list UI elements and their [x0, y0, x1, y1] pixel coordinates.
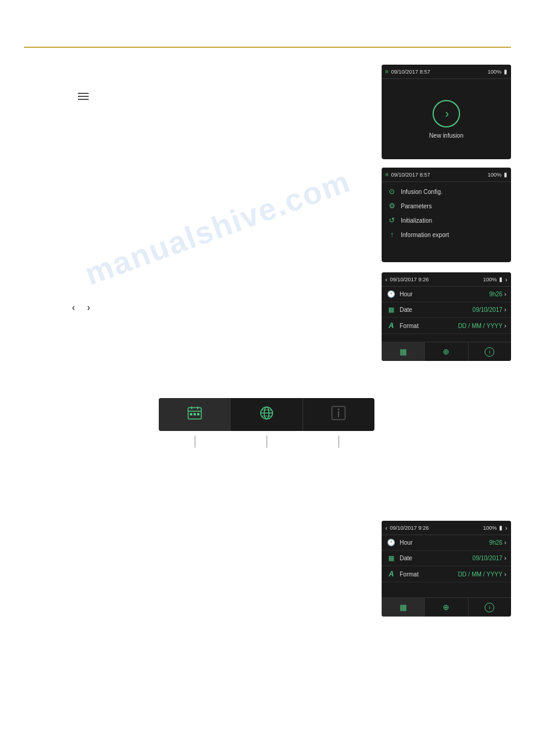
format-chevron-icon: ›: [504, 323, 506, 329]
screen4-param-row-hour[interactable]: 🕐 Hour 9h26 ›: [382, 535, 511, 551]
date-icon: ▦: [386, 306, 396, 314]
screen4-globe-tab-icon: ⊕: [443, 603, 449, 612]
initialization-icon: ↺: [386, 216, 397, 224]
screen4-date-icon: ▦: [386, 554, 396, 562]
info-tab-icon: i: [485, 347, 494, 357]
menu-item-infusion-config[interactable]: ⊙ Infusion Config.: [382, 184, 511, 199]
hamburger-menu-icon[interactable]: [78, 93, 89, 100]
screen2-battery: 100%: [488, 172, 501, 178]
new-infusion-label: New infusion: [429, 132, 463, 139]
infusion-config-label: Infusion Config.: [401, 189, 443, 195]
screen4-param-row-format[interactable]: A Format DD / MM / YYYY ›: [382, 566, 511, 582]
tab-info[interactable]: i: [468, 342, 511, 361]
screen1-menu-icon: ≡: [385, 69, 389, 75]
screen4-format-chevron-icon: ›: [504, 571, 506, 578]
parameters-icon: ⚙: [386, 202, 397, 210]
infusion-config-icon: ⊙: [386, 187, 397, 196]
screen4-hour-icon: 🕐: [386, 539, 396, 546]
diagram-tab-bar: [159, 398, 374, 431]
diagram-arrows: [159, 431, 374, 448]
screen4-date-value: 09/10/2017: [473, 555, 503, 561]
screen1-body: › New infusion: [382, 79, 511, 159]
diagram-calendar-icon: [187, 405, 202, 424]
screen3-tab-bar: ▦ ⊕ i: [382, 342, 511, 361]
svg-rect-5: [194, 413, 196, 415]
nav-right-arrow[interactable]: ›: [87, 302, 90, 313]
diagram-arrow-3: [338, 436, 339, 448]
screen3-date: 09/10/2017 9:26: [390, 277, 429, 283]
globe-tab-icon: ⊕: [443, 347, 449, 356]
screen-params-bottom: ‹ 09/10/2017 9:26 100% ▮ › 🕐 Hour 9h26 ›…: [382, 521, 511, 617]
watermark-text: manualshive.com: [80, 163, 355, 292]
diagram-arrow-2: [267, 436, 267, 448]
screen2-body: ⊙ Infusion Config. ⚙ Parameters ↺ Initia…: [382, 182, 511, 244]
screen2-menu-icon: ≡: [385, 172, 389, 178]
page-nav-arrows: ‹ ›: [72, 302, 90, 313]
info-export-label: Information export: [401, 232, 449, 238]
diagram-tab-globe[interactable]: [231, 398, 303, 431]
nav-left-arrow[interactable]: ‹: [72, 302, 75, 313]
screen4-hour-label: Hour: [400, 539, 413, 546]
hour-value: 9h26: [489, 291, 502, 297]
screen4-info-tab-icon: i: [485, 603, 494, 612]
diagram-tab-info[interactable]: [303, 398, 374, 431]
screen4-left-nav[interactable]: ‹: [385, 524, 388, 532]
screen2-date: 09/10/2017 8:57: [391, 172, 430, 178]
screen2-header: ≡ 09/10/2017 8:57 100% ▮: [382, 168, 511, 182]
screen4-battery: 100%: [483, 525, 497, 531]
screen4-format-value: DD / MM / YYYY: [458, 571, 502, 578]
screen4-hour-chevron-icon: ›: [504, 539, 506, 546]
parameters-label: Parameters: [401, 203, 432, 210]
screen4-right-nav[interactable]: ›: [505, 524, 507, 532]
diagram-tab-calendar[interactable]: [159, 398, 231, 431]
screen4-hour-value: 9h26: [489, 539, 502, 546]
format-label: Format: [400, 323, 419, 329]
screen1-battery: 100%: [488, 69, 501, 75]
tab-calendar[interactable]: ▦: [382, 342, 425, 361]
screen-new-infusion: ≡ 09/10/2017 8:57 100% ▮ › New infusion: [382, 65, 511, 159]
screen4-params: 🕐 Hour 9h26 › ▦ Date 09/10/2017 › A Form…: [382, 535, 511, 582]
screen4-tab-calendar[interactable]: ▦: [382, 598, 425, 617]
screen3-right-nav[interactable]: ›: [505, 276, 507, 283]
param-row-hour[interactable]: 🕐 Hour 9h26 ›: [382, 287, 511, 302]
screen4-battery-icon: ▮: [499, 524, 503, 531]
screen3-battery-icon: ▮: [499, 276, 503, 283]
screen4-date-label: Date: [400, 555, 412, 561]
menu-item-parameters[interactable]: ⚙ Parameters: [382, 199, 511, 213]
top-rule: [24, 47, 511, 48]
param-row-date[interactable]: ▦ Date 09/10/2017 ›: [382, 302, 511, 318]
screen4-tab-info[interactable]: i: [468, 598, 511, 617]
param-row-format[interactable]: A Format DD / MM / YYYY ›: [382, 318, 511, 334]
format-value: DD / MM / YYYY: [458, 323, 502, 329]
menu-item-info-export[interactable]: ↑ Information export: [382, 227, 511, 242]
screen-menu: ≡ 09/10/2017 8:57 100% ▮ ⊙ Infusion Conf…: [382, 168, 511, 262]
screen3-left-nav[interactable]: ‹: [385, 276, 388, 283]
hour-chevron-icon: ›: [504, 291, 506, 297]
screen4-format-icon: A: [386, 570, 396, 578]
screen4-tab-bar: ▦ ⊕ i: [382, 597, 511, 617]
screen-params-top: ‹ 09/10/2017 9:26 100% ▮ › 🕐 Hour 9h26 ›…: [382, 272, 511, 361]
screen2-battery-icon: ▮: [504, 171, 507, 178]
tab-globe[interactable]: ⊕: [425, 342, 468, 361]
info-export-icon: ↑: [386, 230, 397, 239]
bottom-diagram: [159, 398, 374, 455]
screen4-header: ‹ 09/10/2017 9:26 100% ▮ ›: [382, 521, 511, 535]
screen4-tab-globe[interactable]: ⊕: [425, 598, 468, 617]
hour-label: Hour: [400, 291, 413, 297]
screen4-date: 09/10/2017 9:26: [390, 525, 429, 531]
screen4-format-label: Format: [400, 571, 419, 578]
screen4-param-row-date[interactable]: ▦ Date 09/10/2017 ›: [382, 551, 511, 566]
hour-icon: 🕐: [386, 290, 396, 298]
initialization-label: Initialization: [401, 217, 432, 224]
new-infusion-arrow-icon: ›: [445, 107, 449, 120]
screen4-date-chevron-icon: ›: [504, 555, 506, 561]
screen1-battery-icon: ▮: [504, 68, 507, 75]
screen4-calendar-tab-icon: ▦: [400, 603, 407, 612]
menu-item-initialization[interactable]: ↺ Initialization: [382, 213, 511, 227]
diagram-globe-icon: [259, 405, 274, 424]
new-infusion-button[interactable]: ›: [433, 100, 460, 127]
svg-rect-4: [190, 413, 192, 415]
screen3-params: 🕐 Hour 9h26 › ▦ Date 09/10/2017 › A Form…: [382, 287, 511, 334]
diagram-arrow-1: [195, 436, 195, 448]
screen3-battery: 100%: [483, 277, 497, 283]
